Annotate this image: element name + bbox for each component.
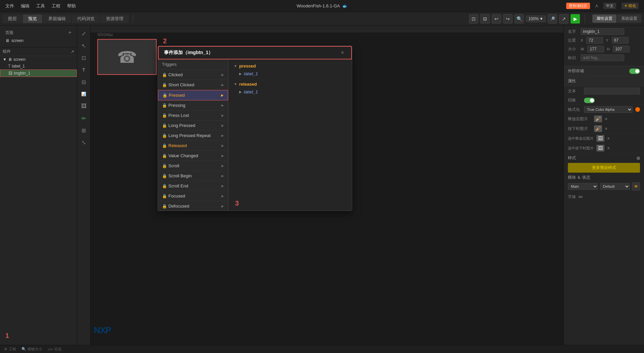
event-pressed-root[interactable]: ▼ pressed: [231, 62, 349, 70]
name-row: 名字: [568, 28, 640, 35]
trigger-defocused[interactable]: 🔒Defocused ▶: [158, 201, 228, 211]
eye-btn[interactable]: 👁: [632, 182, 640, 190]
trigger-scroll-begin[interactable]: 🔒Scroll Begin ▶: [158, 171, 228, 181]
screen-page-item[interactable]: 🖥 screen: [3, 37, 74, 44]
mark-input[interactable]: [581, 54, 624, 61]
event-released-root[interactable]: ▼ released: [231, 80, 349, 88]
trigger-label-valuechanged: Value Changed: [168, 153, 198, 158]
event-released-child[interactable]: ▶ label_1: [231, 88, 349, 96]
tab-preview[interactable]: 预览: [23, 14, 42, 23]
sel-release-clear[interactable]: ×: [607, 136, 610, 141]
zoom-out-btn[interactable]: 🔍: [515, 14, 524, 24]
state-select[interactable]: Default: [600, 183, 630, 190]
vtool-cursor[interactable]: ↖: [78, 40, 89, 51]
trigger-short-clicked[interactable]: 🔒Short Clicked ▶: [158, 80, 228, 90]
vtool-resize[interactable]: ⊡: [78, 52, 89, 63]
x-input[interactable]: [586, 37, 603, 44]
release-image-thumb[interactable]: 🖌: [594, 116, 602, 122]
more-styles-btn[interactable]: 更多预设样式: [568, 163, 640, 173]
style-label: 样式: [568, 155, 576, 161]
vtool-expand[interactable]: ⤡: [78, 137, 89, 148]
zoom-in-btn[interactable]: 🔎: [548, 14, 557, 24]
menu-help[interactable]: 帮助: [67, 3, 76, 9]
release-image-clear[interactable]: ×: [605, 116, 607, 122]
text-prop-input[interactable]: [584, 88, 640, 94]
components-section: 组件 ↗ ▼ 🖥 screen T label_1 🖼 imgbtn_1: [0, 47, 77, 326]
community-badge[interactable]: 恩智浦社区: [566, 3, 590, 9]
sel-press-thumb[interactable]: 🖼: [596, 145, 604, 151]
vtool-text[interactable]: T: [78, 64, 89, 75]
menu-project[interactable]: 工程: [52, 3, 60, 9]
style-icon: ⊞: [637, 156, 640, 161]
tab-properties[interactable]: 属性设置: [592, 14, 616, 23]
trigger-scroll[interactable]: 🔒Scroll ▶: [158, 161, 228, 171]
components-header: 组件 ↗: [0, 47, 77, 56]
lang-badge[interactable]: 中文: [603, 3, 616, 9]
vtool-rect[interactable]: ⊟: [78, 77, 89, 87]
tree-item-screen[interactable]: ▼ 🖥 screen: [0, 56, 77, 63]
event-dialog[interactable]: 事件添加（imgbtn_1） × Triggers 🔒Clicked ▶ 🔒Sh…: [158, 46, 352, 211]
menu-file[interactable]: 文件: [5, 3, 14, 9]
export-btn[interactable]: ↗: [559, 14, 569, 24]
tab-code-browse[interactable]: 代码浏览: [72, 14, 100, 23]
trigger-icon-short: 🔒: [162, 83, 167, 87]
trigger-label-scrollend: Scroll End: [168, 183, 188, 188]
vtool-qr[interactable]: ⊞: [78, 125, 89, 136]
tab-system[interactable]: 系统设置: [617, 14, 641, 23]
play-btn[interactable]: ▶: [571, 14, 580, 24]
trigger-pressed[interactable]: 🔒Pressed ▶: [158, 90, 228, 100]
zoom-selector[interactable]: 100% ▼: [526, 15, 546, 22]
tab-assets[interactable]: 资源管理: [101, 14, 129, 23]
toggle-prop-toggle[interactable]: [584, 98, 595, 103]
trigger-pressing[interactable]: 🔒Pressing ▶: [158, 100, 228, 111]
trigger-label-longpressed: Long Pressed: [168, 123, 195, 128]
name-label: 名字: [568, 29, 578, 35]
name-input[interactable]: [581, 28, 624, 35]
font-icon: ✏: [579, 194, 583, 200]
theme-badge[interactable]: ☀ 暗色: [622, 3, 639, 9]
press-image-thumb[interactable]: 🖌: [594, 125, 602, 132]
tab-layers[interactable]: 图层: [3, 14, 22, 23]
mark-row: 标识: [568, 54, 640, 61]
status-project-label: 工程: [9, 347, 16, 352]
trigger-press-lost[interactable]: 🔒Press Lost ▶: [158, 111, 228, 121]
trigger-label-released: Released: [168, 143, 187, 148]
vtool-code[interactable]: ✏: [78, 113, 89, 124]
menu-edit[interactable]: 编辑: [21, 3, 30, 9]
vtool-chart[interactable]: 📊: [78, 89, 89, 99]
sel-press-clear[interactable]: ×: [607, 145, 610, 151]
trigger-arrow-scrollend: ▶: [221, 184, 224, 188]
y-input[interactable]: [612, 37, 629, 44]
add-page-btn[interactable]: +: [68, 30, 71, 36]
imgbtn-widget[interactable]: ☎: [97, 39, 157, 75]
event-pressed-child[interactable]: ▶ label_1: [231, 70, 349, 78]
trigger-released[interactable]: 🔒Released ▶: [158, 141, 228, 151]
components-export-btn[interactable]: ↗: [71, 49, 74, 54]
trigger-long-pressed-repeat[interactable]: 🔒Long Pressed Repeat ▶: [158, 131, 228, 141]
trigger-value-changed[interactable]: 🔒Value Changed ▶: [158, 151, 228, 161]
trigger-scroll-end[interactable]: 🔒Scroll End ▶: [158, 181, 228, 191]
vtool-image[interactable]: 🖼: [78, 101, 89, 112]
w-input[interactable]: [587, 46, 604, 52]
h-input[interactable]: [613, 46, 630, 52]
format-select[interactable]: True Color Alpha: [584, 106, 633, 113]
top-right-badges: 恩智浦社区 A 中文 ☀ 暗色: [566, 3, 639, 9]
module-select[interactable]: Main: [568, 183, 598, 190]
tab-ui-edit[interactable]: 界面编辑: [43, 14, 71, 23]
copy-btn[interactable]: ⊡: [469, 14, 478, 24]
redo-btn[interactable]: ↪: [503, 14, 513, 24]
tree-item-imgbtn1[interactable]: 🖼 imgbtn_1: [0, 70, 77, 77]
trigger-icon-pressed: 🔒: [162, 93, 167, 98]
press-image-clear[interactable]: ×: [605, 126, 607, 131]
undo-btn[interactable]: ↩: [492, 14, 501, 24]
modal-close-btn[interactable]: ×: [339, 49, 346, 56]
trigger-long-pressed[interactable]: 🔒Long Pressed ▶: [158, 121, 228, 131]
menu-tools[interactable]: 工具: [36, 3, 45, 9]
paste-btn[interactable]: ⊟: [480, 14, 490, 24]
storage-toggle[interactable]: [629, 69, 640, 74]
trigger-focused[interactable]: 🔒Focused ▶: [158, 191, 228, 201]
trigger-clicked[interactable]: 🔒Clicked ▶: [158, 70, 228, 80]
vtool-compress[interactable]: ⤢: [78, 28, 89, 39]
tree-item-label1[interactable]: T label_1: [0, 63, 77, 70]
sel-release-thumb[interactable]: 🖼: [596, 135, 604, 142]
